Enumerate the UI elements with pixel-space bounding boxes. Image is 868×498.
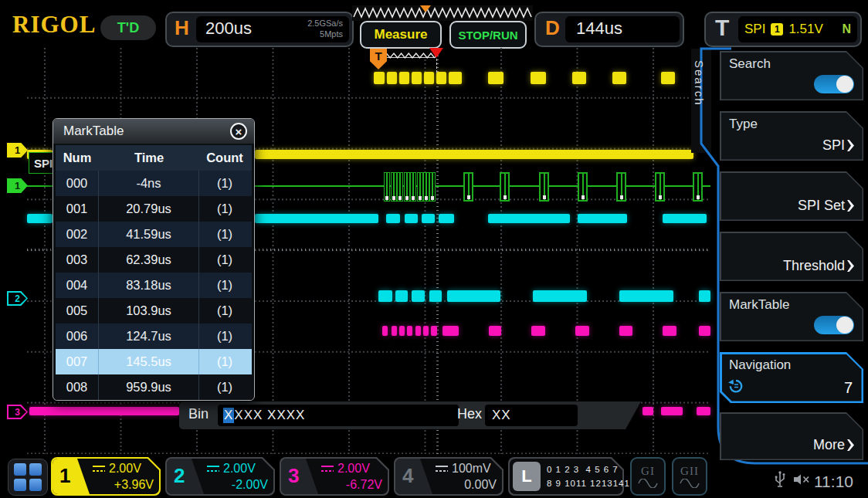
trigger-position-axis-ticks [436, 48, 439, 454]
horizontal-timebase-box[interactable]: H 200us 2.5GSa/s 5Mpts [165, 12, 354, 47]
type-button[interactable]: Type SPI [720, 111, 863, 161]
gen2-button[interactable]: GII [672, 457, 707, 496]
marktable-table: Num Time Count 000-4ns(1) 00120.79us(1) … [56, 145, 252, 400]
ch2-trace [488, 214, 570, 223]
dc-coupling-icon [321, 466, 334, 473]
cell-count: (1) [199, 380, 250, 395]
cell-time: 124.7us [99, 324, 199, 349]
trigger-box[interactable]: T SPI 1 1.51V N [704, 12, 862, 47]
menu-grid-icon[interactable] [8, 459, 48, 496]
logic-row2: 8 9 1011 12131415 [547, 479, 636, 488]
usb-icon [774, 469, 786, 493]
more-button[interactable]: More [720, 412, 863, 460]
cell-num: 003 [56, 247, 99, 273]
spi-decode-frame [417, 172, 423, 202]
table-row[interactable]: 00241.59us(1) [56, 222, 252, 247]
close-icon[interactable]: × [230, 123, 247, 140]
channel1-box[interactable]: 1 2.00V +3.96V [51, 457, 161, 496]
channel3-box[interactable]: 3 2.00V -6.72V [280, 457, 389, 496]
delay-box[interactable]: D 144us [534, 12, 684, 47]
cell-count: (1) [199, 354, 250, 369]
table-row[interactable]: 00362.39us(1) [56, 247, 252, 273]
decode-bus-marker[interactable]: 1 [7, 178, 28, 193]
hex-label: Hex [457, 406, 482, 422]
d0-burst [399, 72, 409, 84]
chevron-right-icon [847, 439, 854, 451]
measure-label: Measure [375, 27, 428, 42]
channel2-box[interactable]: 2 2.00V -2.00V [165, 457, 275, 496]
measure-button[interactable]: Measure [360, 21, 442, 49]
magenta-burst [407, 326, 412, 336]
search-toggle-button[interactable]: Search [720, 51, 863, 100]
ch2-trace [386, 214, 400, 223]
table-row[interactable]: 005103.9us(1) [56, 298, 252, 324]
cyan-burst [395, 290, 408, 302]
d0-burst [612, 72, 626, 84]
dc-coupling-icon [207, 466, 219, 473]
trigger-readout: SPI 1 1.51V N [738, 16, 857, 42]
marktable-label: MarkTable [729, 297, 789, 313]
channel4-box[interactable]: 4 100mV 0.00V [394, 457, 504, 496]
table-row-selected[interactable]: 007145.5us(1) [56, 349, 252, 374]
cyan-burst [378, 290, 392, 302]
d-label: D [545, 16, 560, 40]
d0-burst [488, 72, 504, 84]
trigger-slope: N [842, 22, 851, 36]
chevron-right-icon [847, 260, 854, 272]
channel-number: 4 [402, 464, 413, 488]
navigation-jump-icon [727, 378, 744, 397]
ch2-trace [405, 214, 418, 223]
logic-channels-box[interactable]: L 0 1 2 3 4 5 6 78 9 1011 12131415 [508, 457, 624, 496]
stop-run-button[interactable]: STOP/RUN [449, 21, 527, 49]
d0-burst [531, 72, 546, 84]
magenta-burst [399, 326, 405, 336]
speaker-muted-icon [792, 473, 811, 490]
table-row[interactable]: 006124.7us(1) [56, 324, 252, 349]
table-row[interactable]: 00483.18us(1) [56, 273, 252, 298]
trigger-type: SPI [744, 22, 765, 37]
memory-depth: 5Mpts [307, 29, 343, 39]
sine-wave-icon [638, 479, 658, 488]
table-row[interactable]: 00120.79us(1) [56, 196, 252, 222]
cell-num: 005 [56, 298, 99, 324]
dc-coupling-icon [93, 466, 105, 473]
cyan-burst [412, 290, 425, 302]
ch3-level-marker[interactable]: 3 [7, 405, 28, 419]
d0-burst [412, 72, 422, 84]
gen1-button[interactable]: GI [630, 457, 666, 496]
rigol-logo: RIGOL [12, 11, 96, 39]
ch2-level-marker[interactable]: 2 [7, 291, 28, 306]
cell-count: (1) [199, 252, 250, 267]
cell-count: (1) [199, 227, 250, 242]
table-row[interactable]: 000-4ns(1) [56, 171, 252, 196]
search-tab[interactable]: Search [693, 60, 706, 107]
ch2-trace [578, 214, 627, 223]
d0-burst [436, 72, 446, 84]
spi-decode-frame [384, 172, 390, 202]
cell-count: (1) [199, 278, 250, 293]
spi-decode-frame [423, 172, 429, 202]
table-row[interactable]: 008959.9us(1) [56, 374, 252, 400]
magenta-burst [382, 326, 388, 336]
marktable-toggle[interactable] [814, 316, 854, 334]
channel-scale: 2.00V [223, 462, 256, 476]
marktable-toggle-button[interactable]: MarkTable [720, 292, 863, 341]
search-toggle[interactable] [814, 75, 854, 93]
cyan-burst [533, 290, 587, 302]
spi-set-button[interactable]: SPI Set [720, 171, 863, 221]
d0-burst [449, 72, 462, 84]
threshold-button[interactable]: Threshold [720, 232, 863, 281]
timebase-readout: 200us 2.5GSa/s 5Mpts [196, 16, 349, 42]
magenta-burst [442, 326, 459, 336]
waveform-overview-bar[interactable] [352, 5, 533, 21]
trigger-status-badge: T'D [100, 15, 156, 40]
cell-count: (1) [199, 303, 250, 318]
ch1-trace [255, 150, 693, 159]
spi-decode-frame [500, 172, 510, 202]
cyan-burst [429, 290, 442, 302]
navigation-button[interactable]: Navigation 7 [720, 352, 863, 403]
ch1-level-marker[interactable]: 1 [7, 143, 28, 158]
gen2-label: GII [680, 465, 699, 478]
cyan-burst [619, 290, 673, 302]
decode-value-bar: Bin XXXX XXXX Hex XX [179, 401, 641, 429]
